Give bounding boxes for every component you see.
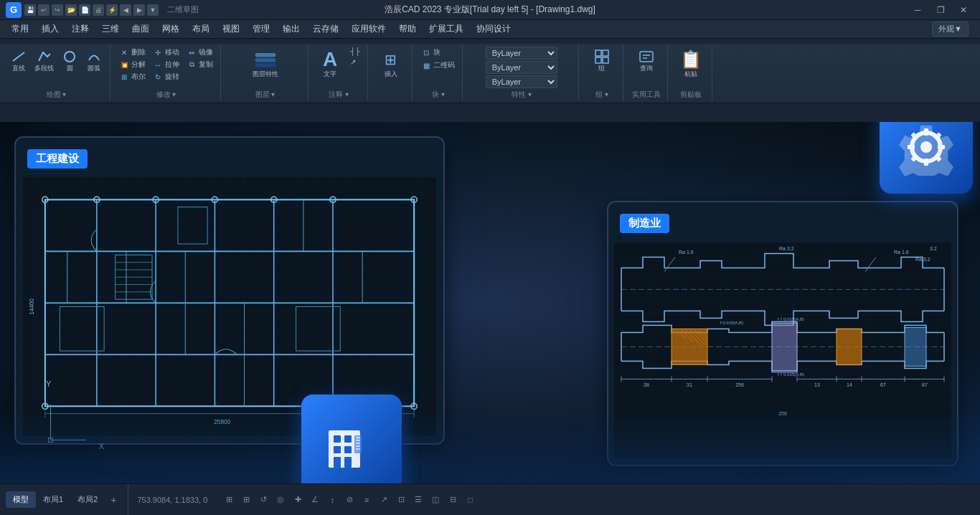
status-ortho-icon[interactable]: ↺ <box>256 493 270 507</box>
rotate-button[interactable]: ↻ 旋转 <box>150 71 182 82</box>
quick-save-icon[interactable]: 💾 <box>24 4 36 16</box>
menu-help[interactable]: 帮助 <box>393 22 422 37</box>
svg-text:Ra 1.6: Ra 1.6 <box>679 250 694 255</box>
leader-button[interactable]: ↗ <box>347 57 363 67</box>
array-button[interactable]: ⊞ 布尔 <box>116 71 149 82</box>
polyline-button[interactable]: 多段线 <box>32 47 57 74</box>
linetype-dropdown[interactable]: ByLayer <box>486 61 557 74</box>
menu-annotation[interactable]: 注释 <box>66 22 95 37</box>
delete-label: 删除 <box>131 47 146 57</box>
menu-bar: 常用 插入 注释 三维 曲面 网格 布局 视图 管理 输出 云存储 应用软件 帮… <box>0 20 980 39</box>
menu-apps[interactable]: 应用软件 <box>346 22 392 37</box>
arc-label: 圆弧 <box>88 65 100 72</box>
svg-rect-193 <box>908 145 915 149</box>
explode-icon: 💥 <box>119 60 129 70</box>
menu-view[interactable]: 视图 <box>217 22 245 37</box>
tab-model[interactable]: 模型 <box>6 491 36 508</box>
menu-output[interactable]: 输出 <box>277 22 306 37</box>
tab-layout2[interactable]: 布局2 <box>70 491 105 508</box>
minimize-button[interactable]: ─ <box>907 2 928 18</box>
draw-tools: 直线 多段线 圆 圆弧 <box>7 47 105 74</box>
dimension-button[interactable]: ┤├ <box>347 47 363 56</box>
icon-building[interactable] <box>301 394 402 483</box>
query-label: 查询 <box>640 65 653 72</box>
array-label: 布尔 <box>131 72 146 82</box>
arc-button[interactable]: 圆弧 <box>83 47 105 74</box>
svg-rect-3 <box>255 58 275 62</box>
maximize-button[interactable]: ❐ <box>930 2 951 18</box>
svg-text:14400: 14400 <box>29 298 35 315</box>
mirror-icon: ⇔ <box>187 47 197 57</box>
menu-common[interactable]: 常用 <box>6 22 34 37</box>
menu-surface[interactable]: 曲面 <box>126 22 155 37</box>
menu-manage[interactable]: 管理 <box>247 22 275 37</box>
quick-print-icon[interactable]: 🖨 <box>93 4 104 16</box>
line-icon <box>10 48 27 65</box>
status-grid-icon[interactable]: ⊞ <box>222 493 236 507</box>
status-grp-icon[interactable]: ⊡ <box>394 493 408 507</box>
mirror-button[interactable]: ⇔ 镜像 <box>184 47 216 58</box>
status-lock-icon[interactable]: ⊟ <box>446 493 460 507</box>
group-button[interactable]: 组 <box>590 47 613 74</box>
quick-dropdown-icon[interactable]: ▼ <box>147 4 159 16</box>
svg-text:13: 13 <box>814 382 820 387</box>
menu-3d[interactable]: 三维 <box>96 22 125 37</box>
quick-new-icon[interactable]: 📄 <box>79 4 90 16</box>
status-polar-icon[interactable]: ◎ <box>273 493 288 507</box>
lineweight-dropdown[interactable]: ByLayer <box>486 75 557 88</box>
close-button[interactable]: ✕ <box>953 2 974 18</box>
quick-open-icon[interactable]: 📂 <box>65 4 77 16</box>
insert-label: 插入 <box>385 71 397 78</box>
paste-button[interactable]: 📋 粘贴 <box>675 47 707 80</box>
status-angle-icon[interactable]: ∠ <box>308 493 322 507</box>
quick-tool9-icon[interactable]: ▶ <box>133 4 145 16</box>
text-button[interactable]: A 文字 <box>314 47 346 80</box>
layer-icon <box>254 48 277 71</box>
insert-button[interactable]: ⊞ 插入 <box>375 47 407 80</box>
clipboard-group-label: 剪贴板 <box>680 90 702 100</box>
array-icon: ⊞ <box>119 72 129 82</box>
line-button[interactable]: 直线 <box>7 47 30 74</box>
layer-properties-button[interactable]: 图层特性 <box>248 47 283 80</box>
icon-gear[interactable] <box>880 122 973 194</box>
copy-button[interactable]: ⧉ 复制 <box>184 59 216 70</box>
menu-mesh[interactable]: 网格 <box>156 22 185 37</box>
svg-text:256: 256 <box>778 411 787 416</box>
status-lw-icon[interactable]: ⊘ <box>342 493 357 507</box>
menu-layout[interactable]: 布局 <box>187 22 215 37</box>
quick-redo-icon[interactable]: ↪ <box>52 4 63 16</box>
move-button[interactable]: ✛ 移动 <box>150 47 182 58</box>
circle-button[interactable]: 圆 <box>58 47 81 74</box>
qrcode-button[interactable]: ▦ 二维码 <box>418 60 458 71</box>
tab-layout1[interactable]: 布局1 <box>36 491 70 508</box>
add-tab-button[interactable]: + <box>105 493 122 507</box>
menu-cloud[interactable]: 云存储 <box>307 22 344 37</box>
menu-insert[interactable]: 插入 <box>36 22 65 37</box>
modify-group-label: 修改 ▾ <box>156 90 176 100</box>
status-dyn-icon[interactable]: ↕ <box>325 493 339 507</box>
status-ws-icon[interactable]: ◫ <box>428 493 443 507</box>
menu-extensions[interactable]: 扩展工具 <box>423 22 469 37</box>
svg-rect-191 <box>924 159 928 166</box>
quick-tool8-icon[interactable]: ◀ <box>120 4 131 16</box>
status-trans-icon[interactable]: ≡ <box>359 493 374 507</box>
status-snap-icon[interactable]: ⊞ <box>239 493 253 507</box>
status-osnap-icon[interactable]: ✚ <box>291 493 305 507</box>
explode-button[interactable]: 💥 分解 <box>116 59 149 70</box>
appearance-button[interactable]: 外观▼ <box>932 22 969 37</box>
status-sel-icon[interactable]: ↗ <box>377 493 391 507</box>
menu-collaborate[interactable]: 协同设计 <box>471 22 517 37</box>
color-dropdown[interactable]: ByLayer <box>486 47 557 60</box>
status-hw-icon[interactable]: □ <box>463 493 477 507</box>
delete-button[interactable]: ✕ 删除 <box>116 47 149 58</box>
query-button[interactable]: 查询 <box>635 47 658 74</box>
stretch-button[interactable]: ↔ 拉伸 <box>150 59 182 70</box>
status-menu-icon[interactable]: ☰ <box>411 493 425 507</box>
block-button[interactable]: ⊡ 块 <box>418 47 458 58</box>
quick-tool7-icon[interactable]: ⚡ <box>106 4 118 16</box>
quick-undo-icon[interactable]: ↩ <box>38 4 50 16</box>
ribbon-group-draw: 直线 多段线 圆 圆弧 <box>3 45 110 101</box>
modify-tools-right: ✛ 移动 ↔ 拉伸 ↻ 旋转 <box>150 47 182 82</box>
rotate-label: 旋转 <box>165 72 179 82</box>
ribbon: 直线 多段线 圆 圆弧 <box>0 39 980 103</box>
